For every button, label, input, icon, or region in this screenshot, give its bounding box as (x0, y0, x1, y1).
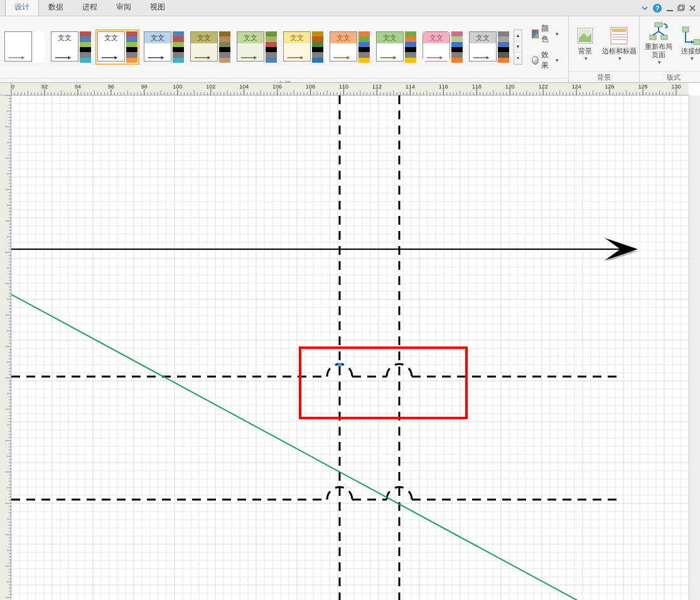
theme-preview-header: 文文 (191, 32, 217, 43)
chevron-down-icon: ▾ (584, 56, 588, 62)
swatch (266, 52, 277, 57)
theme-swatches (173, 31, 184, 63)
border-title-button[interactable]: 边框和标题 ▾ (600, 24, 638, 63)
swatch (405, 52, 416, 57)
theme-olive[interactable]: 文文 (188, 29, 232, 65)
annotation-rectangle (300, 348, 466, 418)
help-icon[interactable]: ? (652, 3, 662, 13)
theme-preview-header: 文文 (144, 32, 171, 43)
swatch (451, 31, 463, 36)
swatch (173, 42, 184, 47)
ruler-corner (0, 83, 11, 95)
svg-text:128: 128 (638, 83, 648, 90)
theme-gray[interactable]: 文文 (467, 29, 511, 65)
theme-white-selected[interactable]: 文文 (95, 29, 139, 65)
svg-rect-2 (667, 10, 673, 11)
minimize-icon[interactable] (666, 4, 674, 12)
ruler-horizontal[interactable]: 9092949698100102104106108110112114116118… (0, 83, 689, 95)
ribbon-group-label-background: 背景 (569, 71, 639, 82)
swatch (266, 42, 277, 47)
theme-preview-body (191, 43, 217, 61)
swatch (266, 47, 277, 52)
swatch (358, 47, 370, 52)
swatch (80, 58, 91, 63)
theme-lime[interactable]: 文文 (374, 29, 418, 65)
tab-data[interactable]: 数据 (39, 0, 73, 16)
tab-process[interactable]: 进程 (73, 0, 107, 16)
swatch (498, 58, 509, 63)
theme-swatches (312, 31, 323, 63)
background-button[interactable]: 背景 ▾ (570, 24, 600, 63)
canvas-area: 9092949698100102104106108110112114116118… (0, 83, 700, 600)
svg-rect-24 (650, 35, 656, 40)
svg-text:116: 116 (439, 83, 448, 90)
close-icon[interactable] (689, 4, 696, 12)
theme-effects-button[interactable]: 效果▾ (529, 48, 562, 73)
theme-lightblue[interactable]: 文文 (142, 29, 186, 65)
theme-swatches (405, 31, 416, 63)
svg-text:94: 94 (75, 83, 81, 90)
theme-blank[interactable] (3, 29, 46, 65)
ribbon-collapse-icon[interactable] (641, 4, 649, 12)
swatch (498, 52, 509, 57)
tab-review[interactable]: 审阅 (107, 0, 141, 16)
theme-swatches (80, 31, 91, 63)
tab-view[interactable]: 视图 (141, 0, 175, 16)
relayout-button[interactable]: 重新布局页面 ▾ (641, 20, 676, 67)
theme-preview-body (470, 43, 496, 61)
selection-handle[interactable] (338, 363, 342, 367)
ribbon-tab-bar: 设计 数据 进程 审阅 视图 ? (0, 0, 700, 16)
theme-swatches (266, 31, 277, 63)
svg-text:?: ? (655, 4, 660, 12)
theme-preview: 文文 (51, 31, 78, 62)
swatch (33, 42, 45, 47)
theme-green[interactable]: 文文 (235, 29, 279, 65)
ruler-vertical[interactable] (0, 95, 11, 600)
svg-marker-12 (347, 56, 350, 60)
theme-preview: 文文 (237, 31, 264, 62)
theme-orange[interactable]: 文文 (328, 29, 372, 65)
chevron-down-icon: ▾ (556, 31, 559, 37)
ribbon: 文文文文文文文文文文文文文文文文文文文文▲▼▾颜色▾效果▾ 主题 背景 ▾ 边框… (0, 16, 700, 83)
theme-preview-header: 文文 (470, 32, 496, 43)
restore-icon[interactable] (677, 4, 685, 12)
swatch (498, 47, 509, 52)
tab-design[interactable]: 设计 (5, 0, 39, 16)
swatch (126, 31, 137, 36)
connectors-button-label: 连接线 (681, 47, 701, 55)
svg-marker-15 (487, 56, 489, 60)
gallery-up-button[interactable]: ▲ (514, 30, 522, 41)
theme-preview-header: 文文 (284, 32, 310, 43)
theme-preview-body (377, 43, 403, 61)
theme-white[interactable]: 文文 (49, 29, 93, 65)
theme-yellow[interactable]: 文文 (281, 29, 325, 65)
swatch (451, 58, 463, 63)
relayout-button-label: 重新布局页面 (642, 43, 675, 58)
svg-text:122: 122 (539, 83, 548, 90)
ribbon-group-background: 背景 ▾ 边框和标题 ▾ 背景 (569, 16, 640, 82)
theme-options-column: 颜色▾效果▾ (525, 19, 566, 75)
svg-text:110: 110 (339, 83, 348, 90)
background-button-label: 背景 (578, 47, 592, 55)
theme-preview-header: 文文 (98, 32, 124, 43)
svg-text:92: 92 (41, 83, 48, 90)
vertical-scrollbar[interactable] (689, 95, 700, 600)
theme-pink-rounded[interactable]: 文文 (421, 29, 465, 65)
theme-preview: 文文 (97, 31, 125, 62)
swatch (266, 58, 277, 63)
svg-rect-27 (682, 27, 689, 32)
svg-text:98: 98 (141, 83, 148, 90)
gallery-more-button[interactable]: ▾ (514, 53, 522, 64)
theme-swatches (498, 31, 509, 63)
theme-colors-button[interactable]: 颜色▾ (529, 21, 562, 46)
swatch (312, 36, 323, 41)
drawing-surface[interactable] (11, 95, 689, 600)
gallery-down-button[interactable]: ▼ (514, 41, 522, 53)
svg-text:100: 100 (173, 83, 182, 90)
swatch (33, 36, 45, 41)
theme-gallery: 文文文文文文文文文文文文文文文文文文文文▲▼▾颜色▾效果▾ (0, 16, 568, 78)
connectors-button[interactable]: 连接线 ▾ (676, 24, 700, 63)
swatch (219, 58, 230, 63)
theme-swatches (33, 31, 45, 63)
svg-text:126: 126 (605, 83, 615, 90)
